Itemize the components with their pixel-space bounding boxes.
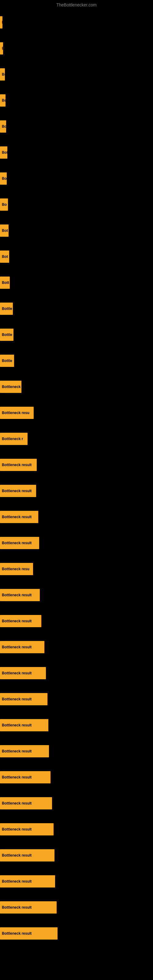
bottleneck-bar: Bottleneck result xyxy=(0,537,39,549)
bottleneck-bar: Bottleneck result xyxy=(0,928,57,940)
bottleneck-bar: Bottle xyxy=(0,302,13,315)
bar-row: Bottleneck r xyxy=(0,426,153,452)
bottleneck-bar: Bottleneck result xyxy=(0,485,36,497)
bar-row: Bottleneck result xyxy=(0,504,153,530)
bar-row: Bo xyxy=(0,113,153,139)
bar-row: Bottleneck result xyxy=(0,842,153,868)
bar-row: Bottleneck result xyxy=(0,478,153,504)
bottleneck-bar: Bottleneck result xyxy=(0,693,48,705)
bottleneck-bar: Bottleneck result xyxy=(0,875,55,888)
bottleneck-bar: Bo xyxy=(0,120,6,133)
bar-row: Bottleneck resu xyxy=(0,400,153,426)
bar-row: Bottleneck result xyxy=(0,660,153,686)
bottleneck-bar: Bottleneck result xyxy=(0,641,45,653)
bottleneck-bar: Bottleneck result xyxy=(0,849,54,861)
bottleneck-bar: Bottleneck result xyxy=(0,797,52,810)
bar-row: Bo xyxy=(0,87,153,113)
bottleneck-bar: Bott xyxy=(0,277,10,289)
bottleneck-bar: Bottleneck result xyxy=(0,589,40,601)
bottleneck-bar: Bottle xyxy=(0,329,13,341)
bottleneck-bar: Bottleneck result xyxy=(0,771,51,783)
bar-row: Bo xyxy=(0,165,153,191)
bar-row: Bottleneck result xyxy=(0,582,153,608)
bar-row: Bottleneck result xyxy=(0,634,153,660)
bottleneck-bar: Bot xyxy=(0,146,7,159)
bar-row: Bottleneck result xyxy=(0,452,153,478)
bar-row: B xyxy=(0,35,153,61)
bar-row: Bot xyxy=(0,139,153,165)
bar-row: Bottleneck result xyxy=(0,816,153,842)
bar-row: Bottleneck xyxy=(0,374,153,400)
bar-row: Bottleneck result xyxy=(0,530,153,556)
bars-container: BBBoBoBoBotBoBoBotBotBottBottleBottleBot… xyxy=(0,9,153,946)
bar-row: Bottleneck result xyxy=(0,920,153,946)
bottleneck-bar: Bottleneck result xyxy=(0,511,38,523)
bar-row: Bottleneck result xyxy=(0,686,153,712)
bar-row: Bo xyxy=(0,61,153,87)
bottleneck-bar: Bottleneck xyxy=(0,381,21,393)
bottleneck-bar: Bo xyxy=(0,199,8,211)
bottleneck-bar: Bottleneck result xyxy=(0,823,54,835)
bottleneck-bar: Bottleneck resu xyxy=(0,563,33,575)
bottleneck-bar: B xyxy=(0,42,3,54)
bar-row: Bo xyxy=(0,191,153,218)
bar-row: Bottleneck result xyxy=(0,608,153,634)
bar-row: Bottleneck result xyxy=(0,712,153,738)
bottleneck-bar: Bottleneck result xyxy=(0,615,41,627)
bottleneck-bar: Bo xyxy=(0,94,5,107)
bar-row: Bottle xyxy=(0,348,153,374)
bottleneck-bar: Bottleneck result xyxy=(0,901,57,913)
bar-row: Bott xyxy=(0,269,153,296)
bottleneck-bar: Bottleneck r xyxy=(0,433,27,445)
bar-row: Bottleneck resu xyxy=(0,556,153,582)
bottleneck-bar: Bot xyxy=(0,224,9,237)
bottleneck-bar: Bottleneck resu xyxy=(0,407,33,419)
bar-row: Bottleneck result xyxy=(0,790,153,816)
bar-row: Bottleneck result xyxy=(0,738,153,764)
bottleneck-bar: Bottleneck result xyxy=(0,459,37,471)
site-title: TheBottlenecker.com xyxy=(0,0,153,9)
bar-row: Bottleneck result xyxy=(0,868,153,894)
bar-row: Bot xyxy=(0,243,153,269)
bar-row: Bottle xyxy=(0,321,153,348)
bar-row: Bottle xyxy=(0,296,153,321)
bottleneck-bar: Bot xyxy=(0,250,9,263)
bar-row: Bot xyxy=(0,218,153,243)
bar-row: Bottleneck result xyxy=(0,894,153,920)
bottleneck-bar: Bottleneck result xyxy=(0,745,49,757)
bottleneck-bar: Bottle xyxy=(0,355,14,367)
bottleneck-bar: Bo xyxy=(0,172,7,185)
bottleneck-bar: B xyxy=(0,16,2,29)
bottleneck-bar: Bo xyxy=(0,68,5,81)
bar-row: Bottleneck result xyxy=(0,764,153,790)
bottleneck-bar: Bottleneck result xyxy=(0,719,48,731)
bar-row: B xyxy=(0,9,153,35)
bottleneck-bar: Bottleneck result xyxy=(0,667,46,679)
